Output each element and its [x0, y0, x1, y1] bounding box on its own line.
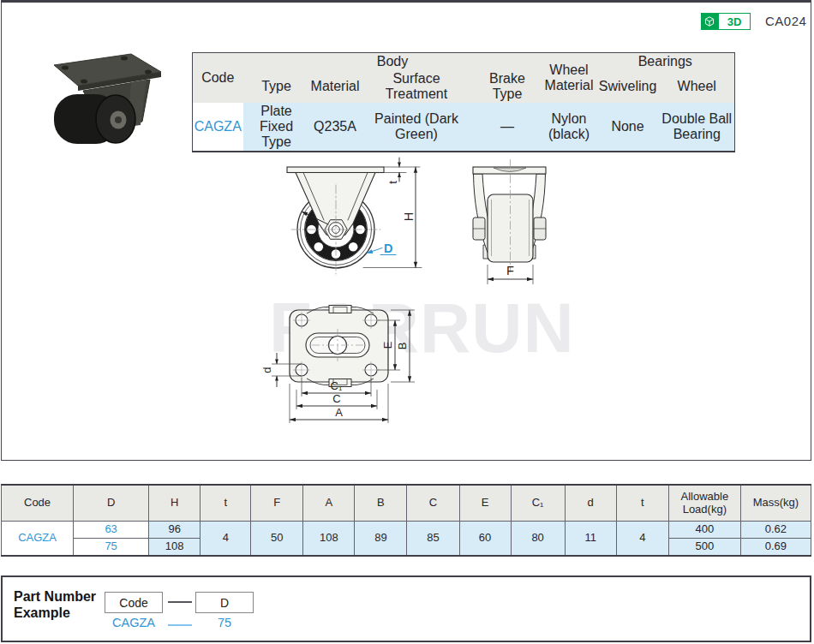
dim-label-d: d: [260, 367, 273, 373]
dim-header-C: C: [407, 485, 459, 521]
dim-d: 11: [565, 521, 616, 556]
page-code: CA024: [765, 14, 806, 28]
spec-header-wheel-material: Wheel Material: [542, 53, 596, 104]
badge-3d-label: 3D: [718, 13, 751, 30]
spec-header-surface: Surface Treatment: [361, 70, 473, 103]
dim-header-A: A: [303, 485, 355, 521]
dim-D-75[interactable]: 75: [74, 538, 149, 556]
part-number-example-code[interactable]: CAGZA: [105, 616, 163, 629]
spec-brake: —: [473, 103, 542, 152]
catalog-page: FORRUN 3D CA024 Code Body Wheel Materi: [0, 0, 814, 644]
side-plate: [287, 167, 384, 173]
dim-label-C: C: [332, 392, 340, 405]
dim-B: 89: [355, 521, 407, 556]
dim-A: 108: [303, 521, 355, 556]
dim-label-B: B: [396, 343, 409, 350]
dim-header-E: E: [459, 485, 511, 521]
dim-label-t: t: [386, 181, 399, 184]
dim-code-link[interactable]: CAGZA: [2, 521, 74, 556]
dim-label-C1: C₁: [331, 379, 343, 392]
part-number-title: Part Number Example: [14, 588, 96, 621]
dim-header-B: B: [355, 485, 407, 521]
dim-label-F: F: [506, 264, 514, 277]
spec-wheel-material: Nylon (black): [542, 103, 596, 152]
dim-mass-069: 0.69: [740, 538, 811, 556]
dim-header-mass: Mass(kg): [740, 485, 811, 521]
dim-H-108: 108: [149, 538, 201, 556]
spec-swiveling: None: [596, 103, 660, 152]
dim-label-D: D: [384, 242, 392, 255]
front-view-drawing: F: [473, 159, 546, 284]
spec-header-code: Code: [193, 53, 243, 104]
dim-E: 60: [459, 521, 511, 556]
part-number-example-d[interactable]: 75: [195, 616, 254, 629]
dim-C: 85: [407, 521, 459, 556]
dim-load-400: 400: [668, 521, 740, 538]
spec-header-material: Material: [310, 70, 361, 103]
dim-label-A: A: [335, 406, 343, 419]
dim-header-C1: C₁: [511, 485, 565, 521]
spec-header-bearings: Bearings: [596, 53, 735, 71]
spec-surface: Painted (Dark Green): [361, 103, 473, 152]
badge-3d[interactable]: 3D: [701, 13, 751, 30]
cube-3d-icon: [701, 13, 718, 30]
dimension-table: Code D H t F A B C E C₁ d t Allowable Lo…: [1, 484, 811, 557]
dim-label-E: E: [381, 341, 394, 349]
dim-header-H: H: [149, 485, 201, 521]
part-number-code-box: Code: [105, 592, 163, 613]
product-photo: [30, 50, 167, 146]
dim-header-t1: t: [201, 485, 251, 521]
dim-header-F: F: [251, 485, 303, 521]
part-number-dash: [168, 601, 192, 603]
dim-label-H: H: [402, 212, 416, 221]
technical-drawings: t H D: [240, 147, 617, 438]
spec-material: Q235A: [310, 103, 361, 152]
dim-header-D: D: [74, 485, 149, 521]
spec-header-wheel: Wheel: [660, 70, 735, 103]
spec-header-swiveling: Swiveling: [596, 70, 660, 103]
spec-header-type: Type: [243, 70, 310, 103]
dim-header-d: d: [565, 485, 616, 521]
dim-F: 50: [251, 521, 303, 556]
plate-view-drawing: d E B C₁ C: [260, 306, 415, 424]
part-number-d-box: D: [195, 592, 254, 613]
side-view-drawing: t H D: [287, 158, 422, 274]
dim-D-63[interactable]: 63: [74, 521, 149, 538]
dim-H-96: 96: [149, 521, 201, 538]
dim-t1: 4: [201, 521, 251, 556]
spec-header-brake: Brake Type: [473, 70, 542, 103]
spec-header-body: Body: [243, 53, 542, 71]
part-number-example-dash: [168, 624, 192, 626]
dim-mass-062: 0.62: [740, 521, 811, 538]
spec-code-link[interactable]: CAGZA: [193, 103, 243, 152]
spec-type: Plate Fixed Type: [243, 103, 310, 152]
dim-load-500: 500: [668, 538, 740, 556]
dim-header-t2: t: [616, 485, 668, 521]
dim-C1: 80: [511, 521, 565, 556]
dim-header-code: Code: [2, 485, 74, 521]
spec-wheel-bearing: Double Ball Bearing: [660, 103, 735, 152]
dim-t2: 4: [616, 521, 668, 556]
spec-table: Code Body Wheel Material Bearings Type M…: [192, 52, 735, 152]
dim-header-load: Allowable Load(kg): [668, 485, 740, 521]
